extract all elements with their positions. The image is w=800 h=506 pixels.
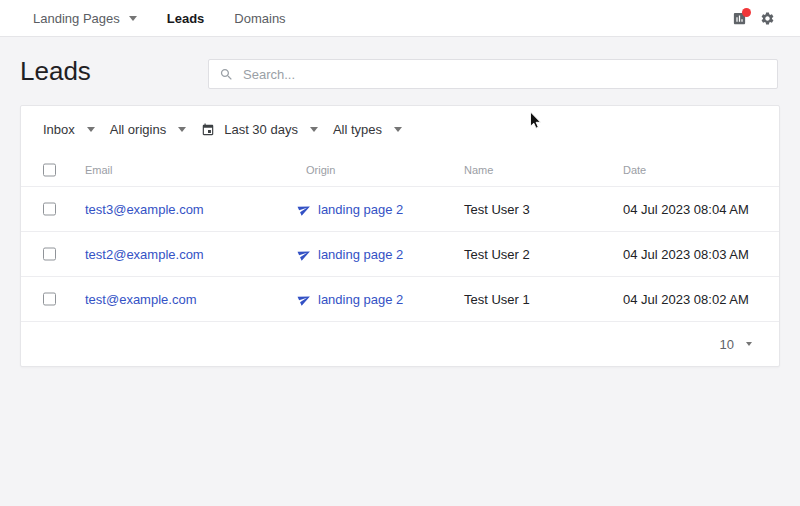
chevron-down-icon	[178, 127, 186, 132]
search-box	[208, 59, 778, 89]
lead-date: 04 Jul 2023 08:02 AM	[623, 292, 749, 307]
lead-name: Test User 2	[464, 247, 530, 262]
send-plane-icon	[296, 290, 313, 307]
column-header-date: Date	[623, 164, 646, 176]
lead-origin-link[interactable]: landing page 2	[298, 247, 403, 262]
chevron-down-icon	[87, 127, 95, 132]
notification-badge	[742, 8, 751, 17]
table-row: test2@example.com landing page 2 Test Us…	[21, 231, 779, 276]
chevron-down-icon	[746, 342, 752, 346]
nav-item-landing-pages[interactable]: Landing Pages	[33, 11, 137, 26]
filter-bar: Inbox All origins Last 30 days All types	[21, 106, 779, 153]
nav-item-leads[interactable]: Leads	[167, 11, 205, 26]
lead-name: Test User 1	[464, 292, 530, 307]
lead-email-link[interactable]: test@example.com	[85, 292, 196, 307]
filter-date-range[interactable]: Last 30 days	[201, 122, 318, 137]
main-nav: Landing Pages Leads Domains	[33, 11, 286, 26]
lead-email-link[interactable]: test3@example.com	[85, 202, 204, 217]
reports-button[interactable]	[732, 11, 747, 26]
settings-button[interactable]	[760, 11, 775, 26]
row-checkbox[interactable]	[43, 248, 56, 261]
filter-origins[interactable]: All origins	[110, 122, 186, 137]
nav-item-domains[interactable]: Domains	[234, 11, 285, 26]
page-size-select[interactable]: 10	[720, 337, 752, 352]
row-checkbox[interactable]	[43, 293, 56, 306]
lead-date: 04 Jul 2023 08:03 AM	[623, 247, 749, 262]
filter-inbox[interactable]: Inbox	[43, 122, 95, 137]
nav-label-domains: Domains	[234, 11, 285, 26]
filter-date-range-label: Last 30 days	[224, 122, 298, 137]
send-plane-icon	[296, 245, 313, 262]
search-input[interactable]	[243, 67, 767, 82]
search-icon	[219, 67, 234, 82]
chevron-down-icon	[394, 127, 402, 132]
page-size-value: 10	[720, 337, 734, 352]
lead-origin-label: landing page 2	[318, 292, 403, 307]
chevron-down-icon	[310, 127, 318, 132]
table-footer: 10	[21, 321, 779, 366]
row-checkbox[interactable]	[43, 203, 56, 216]
nav-label-landing-pages: Landing Pages	[33, 11, 120, 26]
column-header-origin: Origin	[306, 164, 335, 176]
lead-email-link[interactable]: test2@example.com	[85, 247, 204, 262]
chevron-down-icon	[129, 16, 137, 21]
filter-origins-label: All origins	[110, 122, 166, 137]
table-row: test3@example.com landing page 2 Test Us…	[21, 186, 779, 231]
topbar-icons	[732, 11, 775, 26]
filter-inbox-label: Inbox	[43, 122, 75, 137]
table-row: test@example.com landing page 2 Test Use…	[21, 276, 779, 321]
filter-types[interactable]: All types	[333, 122, 402, 137]
lead-origin-label: landing page 2	[318, 247, 403, 262]
calendar-icon	[201, 123, 215, 137]
lead-date: 04 Jul 2023 08:04 AM	[623, 202, 749, 217]
gear-icon	[760, 11, 775, 26]
lead-origin-link[interactable]: landing page 2	[298, 202, 403, 217]
top-navigation-bar: Landing Pages Leads Domains	[0, 0, 800, 37]
lead-origin-link[interactable]: landing page 2	[298, 292, 403, 307]
select-all-checkbox[interactable]	[43, 163, 56, 176]
lead-name: Test User 3	[464, 202, 530, 217]
filter-types-label: All types	[333, 122, 382, 137]
send-plane-icon	[296, 200, 313, 217]
table-header: Email Origin Name Date	[21, 153, 779, 186]
nav-label-leads: Leads	[167, 11, 205, 26]
column-header-name: Name	[464, 164, 493, 176]
lead-origin-label: landing page 2	[318, 202, 403, 217]
leads-card: Inbox All origins Last 30 days All types…	[20, 105, 780, 367]
page-title: Leads	[20, 56, 91, 87]
column-header-email: Email	[85, 164, 113, 176]
